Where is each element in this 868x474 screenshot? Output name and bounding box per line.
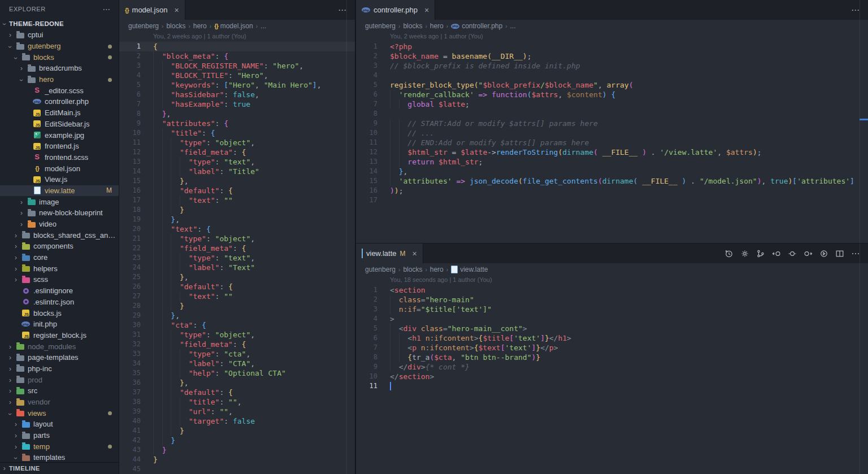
tree-item-controller-php[interactable]: phpcontroller.php — [0, 96, 119, 107]
tab-view-latte[interactable]: view.latteM× — [356, 243, 423, 263]
breadcrumb-item[interactable]: ... — [510, 22, 516, 30]
overview-ruler[interactable] — [346, 0, 347, 474]
tree-item-gutenberg[interactable]: ›gutenberg — [0, 41, 119, 52]
tree-item-model-json[interactable]: {}model.json — [0, 163, 119, 174]
breadcrumb-item[interactable]: blocks — [403, 22, 422, 30]
history-icon[interactable] — [724, 249, 734, 258]
tree-item-scss[interactable]: ›scss — [0, 274, 119, 285]
breadcrumb-item[interactable]: hero — [193, 22, 207, 30]
close-tab-icon[interactable]: × — [424, 6, 429, 15]
breadcrumb-item[interactable]: ... — [261, 22, 266, 30]
tree-item-frontend-scss[interactable]: Sfrontend.scss — [0, 152, 119, 163]
line-number: 17 — [119, 195, 141, 205]
tree-item-temp[interactable]: ›temp — [0, 441, 119, 452]
tree-item-prod[interactable]: ›prod — [0, 374, 119, 385]
gear-icon[interactable] — [740, 249, 749, 258]
code-token: < — [407, 343, 412, 352]
close-tab-icon[interactable]: × — [174, 6, 179, 15]
code-token: , — [299, 62, 303, 70]
breadcrumb-item[interactable]: hero — [430, 266, 444, 273]
tree-item-core[interactable]: ›core — [0, 252, 119, 263]
line-content: "title": "", — [141, 397, 242, 407]
line-content: <?php — [377, 42, 412, 51]
tab-model-json[interactable]: {}model.json× — [119, 0, 185, 20]
tree-item-node-modules[interactable]: ›node_modules — [0, 341, 119, 352]
tree-item-frontend-js[interactable]: JSfrontend.js — [0, 141, 119, 152]
overview-ruler[interactable] — [860, 0, 860, 243]
breadcrumb-item[interactable]: {}model.json — [214, 22, 253, 30]
timeline-section[interactable]: › TIMELINE — [0, 462, 119, 474]
tree-item--editor-scss[interactable]: S_editor.scss — [0, 85, 119, 96]
tree-item-blocks-js[interactable]: JSblocks.js — [0, 307, 119, 319]
tree-item-image[interactable]: ›image — [0, 196, 119, 207]
tree-item-parts[interactable]: ›parts — [0, 430, 119, 441]
tree-item-breadcrumbs[interactable]: ›breadcrumbs — [0, 63, 119, 74]
indent-guide — [153, 138, 154, 147]
more-actions-icon[interactable]: ⋯ — [851, 5, 860, 15]
tree-item-blocks[interactable]: ›blocks — [0, 51, 119, 63]
tree-item-register-block-js[interactable]: JSregister_block.js — [0, 330, 119, 341]
source-control-graph-icon[interactable] — [756, 249, 765, 258]
right-editor-column: phpcontroller.php×⋯gutenberg›blocks›hero… — [356, 0, 868, 474]
tree-item-blocks-shared-css-and-js[interactable]: ›blocks_shared_css_and_js — [0, 229, 119, 241]
more-actions-icon[interactable] — [851, 249, 860, 258]
indent-guide — [390, 176, 390, 186]
code-token: "cta" — [224, 350, 246, 358]
tree-item-init-php[interactable]: phpinit.php — [0, 319, 119, 330]
workspace-root-item[interactable]: › THEME-REDONE — [0, 18, 119, 29]
previous-change-icon[interactable] — [772, 249, 781, 258]
code-editor[interactable]: You, 2 weeks ago | 1 author (You)1{2 "bl… — [119, 32, 355, 474]
breadcrumb-item[interactable]: gutenberg — [365, 22, 396, 30]
code-token: "field_meta" — [180, 340, 233, 349]
indent-guide — [171, 349, 171, 359]
tree-item--eslintrc-json[interactable]: .eslintrc.json — [0, 297, 119, 308]
file-type-icon: JS — [20, 310, 31, 316]
code-token — [637, 177, 642, 185]
tree-item-new-block-blueprint[interactable]: ›new-block-blueprint — [0, 207, 119, 219]
explorer-more-actions-icon[interactable]: ⋯ — [102, 5, 111, 14]
close-tab-icon[interactable]: × — [412, 249, 416, 258]
split-editor-icon[interactable] — [835, 249, 844, 258]
overview-ruler[interactable] — [860, 243, 860, 474]
more-actions-icon[interactable]: ⋯ — [338, 5, 347, 15]
breadcrumb-item[interactable]: blocks — [166, 22, 185, 30]
tree-item-view-latte[interactable]: view.latteM — [0, 185, 119, 197]
tree-item-helpers[interactable]: ›helpers — [0, 263, 119, 274]
tree-item-example-jpg[interactable]: example.jpg — [0, 129, 119, 141]
tree-item-editsidebar-js[interactable]: JSEditSidebar.js — [0, 119, 119, 130]
tree-item-video[interactable]: ›video — [0, 219, 119, 230]
tree-item-hero[interactable]: ›hero — [0, 74, 119, 85]
tree-item-editmain-js[interactable]: JSEditMain.js — [0, 107, 119, 119]
open-changes-icon[interactable] — [819, 249, 828, 258]
tree-item-label: init.php — [33, 320, 57, 328]
tree-item-src[interactable]: ›src — [0, 385, 119, 397]
code-token: : — [197, 225, 206, 233]
breadcrumb-item[interactable]: view.latte — [451, 266, 488, 273]
tree-item-view-js[interactable]: JSView.js — [0, 174, 119, 185]
tree-item-views[interactable]: ›views — [0, 407, 119, 419]
breadcrumb-item[interactable]: hero — [430, 22, 444, 30]
tree-item-templates[interactable]: ›templates — [0, 452, 119, 462]
tab-json-icon: {} — [125, 6, 129, 14]
tree-item-vendor[interactable]: ›vendor — [0, 397, 119, 408]
tree-item-components[interactable]: ›components — [0, 241, 119, 252]
tree-item-cptui[interactable]: ›cptui — [0, 29, 119, 41]
tab-controller-php[interactable]: phpcontroller.php× — [356, 0, 435, 20]
line-number: 3 — [119, 61, 141, 71]
indent-guide — [153, 272, 154, 282]
next-change-icon[interactable] — [804, 249, 813, 258]
modified-dot-badge — [108, 78, 112, 82]
code-token: } — [171, 436, 175, 445]
breadcrumb-item[interactable]: gutenberg — [365, 266, 396, 273]
tree-item--eslintignore[interactable]: .eslintignore — [0, 285, 119, 297]
tree-item-page-templates[interactable]: ›page-templates — [0, 352, 119, 363]
tree-item-layout[interactable]: ›layout — [0, 419, 119, 430]
code-editor[interactable]: You, 18 seconds ago | 1 author (You)1<se… — [356, 276, 868, 474]
code-editor[interactable]: You, 2 weeks ago | 1 author (You)1<?php2… — [356, 32, 868, 243]
breadcrumb-item[interactable]: gutenberg — [128, 22, 159, 30]
breadcrumb-item[interactable]: blocks — [403, 266, 422, 273]
tree-item-php-inc[interactable]: ›php-inc — [0, 363, 119, 375]
compare-changes-icon[interactable] — [788, 249, 797, 258]
breadcrumb-item[interactable]: phpcontroller.php — [451, 22, 502, 30]
line-content: "type": "cta", — [141, 349, 250, 359]
